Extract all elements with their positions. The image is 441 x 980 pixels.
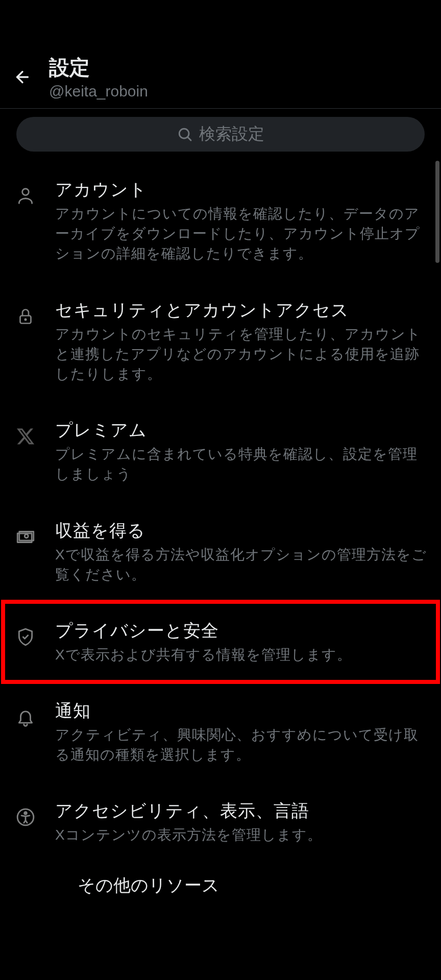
search-placeholder: 検索設定	[199, 123, 264, 145]
settings-item-title: 通知	[55, 699, 427, 723]
lock-icon	[14, 302, 37, 331]
title-block: 設定 @keita_roboin	[49, 54, 148, 100]
shield-check-icon	[14, 622, 37, 652]
x-logo-icon	[14, 422, 37, 451]
username: @keita_roboin	[49, 83, 148, 100]
scroll-indicator[interactable]	[435, 161, 439, 263]
settings-item-title: セキュリティとアカウントアクセス	[55, 299, 427, 322]
settings-item-monetization[interactable]: 収益を得る Xで収益を得る方法や収益化オプションの管理方法をご覧ください。	[0, 502, 441, 602]
svg-point-6	[24, 534, 28, 537]
svg-point-8	[24, 812, 27, 815]
settings-item-title: プレミアム	[55, 419, 427, 442]
settings-list: アカウント アカウントについての情報を確認したり、データのアーカイブをダウンロー…	[0, 161, 441, 980]
settings-item-desc: アカウントのセキュリティを管理したり、アカウントと連携したアプリなどのアカウント…	[55, 324, 427, 384]
settings-item-account[interactable]: アカウント アカウントについての情報を確認したり、データのアーカイブをダウンロー…	[0, 161, 441, 281]
settings-item-title: アカウント	[55, 178, 427, 202]
settings-item-desc: Xコンテンツの表示方法を管理します。	[55, 825, 427, 845]
settings-item-premium[interactable]: プレミアム プレミアムに含まれている特典を確認し、設定を管理しましょう	[0, 401, 441, 501]
settings-item-privacy[interactable]: プライバシーと安全 Xで表示および共有する情報を管理します。	[0, 602, 441, 682]
svg-point-3	[25, 318, 26, 320]
settings-item-desc: Xで収益を得る方法や収益化オプションの管理方法をご覧ください。	[55, 545, 427, 584]
search-icon	[177, 126, 193, 142]
section-heading-other: その他のリソース	[0, 863, 441, 902]
bell-icon	[14, 702, 37, 732]
search-input[interactable]: 検索設定	[16, 117, 425, 152]
svg-point-1	[22, 189, 29, 195]
page-title: 設定	[49, 54, 148, 82]
settings-item-notifications[interactable]: 通知 アクティビティ、興味関心、おすすめについて受け取る通知の種類を選択します。	[0, 682, 441, 782]
person-icon	[14, 181, 37, 211]
settings-item-accessibility[interactable]: アクセシビリティ、表示、言語 Xコンテンツの表示方法を管理します。	[0, 782, 441, 862]
settings-item-desc: アクティビティ、興味関心、おすすめについて受け取る通知の種類を選択します。	[55, 725, 427, 765]
settings-item-desc: プレミアムに含まれている特典を確認し、設定を管理しましょう	[55, 444, 427, 484]
accessibility-icon	[14, 802, 37, 832]
settings-item-title: プライバシーと安全	[55, 619, 427, 643]
search-wrap: 検索設定	[0, 109, 441, 161]
arrow-left-icon	[13, 68, 32, 86]
money-icon	[14, 522, 37, 552]
settings-item-desc: Xで表示および共有する情報を管理します。	[55, 645, 427, 665]
back-button[interactable]	[12, 67, 33, 87]
settings-item-title: アクセシビリティ、表示、言語	[55, 799, 427, 823]
settings-item-security[interactable]: セキュリティとアカウントアクセス アカウントのセキュリティを管理したり、アカウン…	[0, 281, 441, 402]
header: 設定 @keita_roboin	[0, 0, 441, 109]
settings-item-desc: アカウントについての情報を確認したり、データのアーカイブをダウンロードしたり、ア…	[55, 204, 427, 264]
settings-item-title: 収益を得る	[55, 519, 427, 543]
